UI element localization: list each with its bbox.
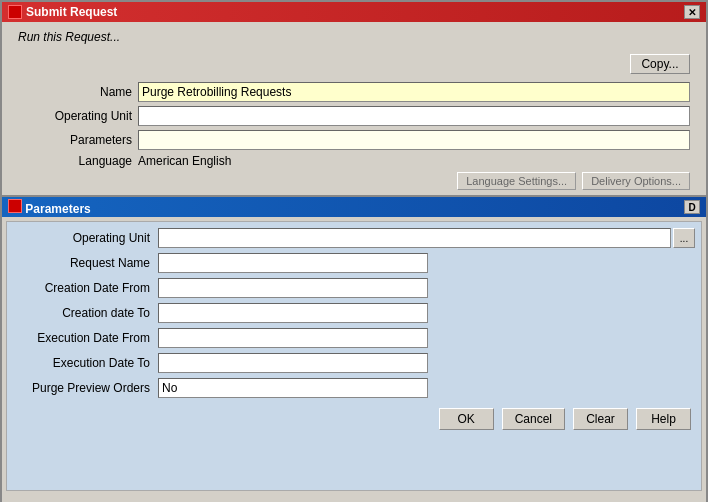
params-creation-date-from-input[interactable] xyxy=(158,278,428,298)
params-execution-date-to-input[interactable] xyxy=(158,353,428,373)
name-label: Name xyxy=(18,85,138,99)
bottom-action-buttons: OK Cancel Clear Help xyxy=(13,408,695,430)
close-button[interactable]: ✕ xyxy=(684,5,700,19)
parameters-input[interactable] xyxy=(138,130,690,150)
name-input[interactable] xyxy=(138,82,690,102)
params-creation-date-to-row: Creation date To xyxy=(13,303,695,323)
operating-unit-label: Operating Unit xyxy=(18,109,138,123)
window-icon xyxy=(8,5,22,19)
operating-unit-input[interactable] xyxy=(138,106,690,126)
params-creation-date-to-label: Creation date To xyxy=(13,306,158,320)
language-row: Language American English xyxy=(18,154,690,168)
params-creation-date-from-row: Creation Date From xyxy=(13,278,695,298)
params-creation-date-to-input[interactable] xyxy=(158,303,428,323)
params-execution-date-to-row: Execution Date To xyxy=(13,353,695,373)
params-operating-unit-label: Operating Unit xyxy=(13,231,158,245)
params-request-name-label: Request Name xyxy=(13,256,158,270)
parameters-label: Parameters xyxy=(18,133,138,147)
params-purge-preview-input[interactable] xyxy=(158,378,428,398)
browse-button[interactable]: ... xyxy=(673,228,695,248)
params-execution-date-to-label: Execution Date To xyxy=(13,356,158,370)
params-close-button[interactable]: D xyxy=(684,200,700,214)
window-title: Submit Request xyxy=(26,5,117,19)
params-request-name-row: Request Name xyxy=(13,253,695,273)
submit-request-window: Submit Request ✕ Run this Request... Cop… xyxy=(0,0,708,200)
submit-request-titlebar: Submit Request ✕ xyxy=(2,2,706,22)
params-request-name-input[interactable] xyxy=(158,253,428,273)
run-text: Run this Request... xyxy=(18,30,690,44)
parameters-title: Parameters xyxy=(25,202,90,216)
params-execution-date-from-input[interactable] xyxy=(158,328,428,348)
help-button[interactable]: Help xyxy=(636,408,691,430)
params-operating-unit-row: Operating Unit ... xyxy=(13,228,695,248)
params-operating-unit-input[interactable] xyxy=(158,228,671,248)
parameters-row: Parameters xyxy=(18,130,690,150)
params-execution-date-from-row: Execution Date From xyxy=(13,328,695,348)
language-settings-button[interactable]: Language Settings... xyxy=(457,172,576,190)
language-label: Language xyxy=(18,154,138,168)
params-purge-preview-row: Purge Preview Orders xyxy=(13,378,695,398)
language-value: American English xyxy=(138,154,231,168)
cancel-button[interactable]: Cancel xyxy=(502,408,565,430)
operating-unit-row: Operating Unit xyxy=(18,106,690,126)
params-execution-date-from-label: Execution Date From xyxy=(13,331,158,345)
name-row: Name xyxy=(18,82,690,102)
params-creation-date-from-label: Creation Date From xyxy=(13,281,158,295)
parameters-titlebar: Parameters D xyxy=(2,197,706,217)
params-window-icon xyxy=(8,199,22,213)
copy-button[interactable]: Copy... xyxy=(630,54,690,74)
clear-button[interactable]: Clear xyxy=(573,408,628,430)
parameters-window: Parameters D Operating Unit ... Request … xyxy=(0,195,708,502)
outer-content: Run this Request... Copy... Name Operati… xyxy=(2,22,706,198)
delivery-options-button[interactable]: Delivery Options... xyxy=(582,172,690,190)
params-purge-preview-label: Purge Preview Orders xyxy=(13,381,158,395)
ok-button[interactable]: OK xyxy=(439,408,494,430)
